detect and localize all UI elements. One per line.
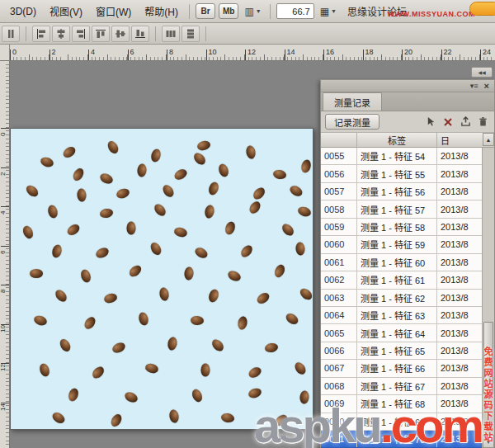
row-label: 测量 1 - 特征 54 [357, 148, 437, 164]
distribute-vertical-button[interactable] [182, 26, 200, 42]
bean-object [71, 167, 86, 182]
align-top-button[interactable] [92, 26, 110, 42]
row-label: 测量 1 - 特征 61 [357, 271, 437, 288]
mini-bridge-button[interactable]: Mb [219, 3, 238, 19]
bean-object [90, 365, 106, 380]
tool-preset-button[interactable] [2, 26, 20, 42]
align-middle-vertical-icon [115, 28, 126, 40]
row-id: 0057 [321, 183, 357, 200]
table-row[interactable]: 0062 测量 1 - 特征 61 2013/8 [321, 271, 482, 289]
menu-view[interactable]: 视图(V) [43, 0, 89, 22]
table-row[interactable]: 0055 测量 1 - 特征 54 2013/8 [321, 148, 482, 165]
bean-object [38, 362, 51, 378]
row-label: 测量 1 - 特征 67 [357, 378, 437, 394]
export-icon [460, 116, 471, 127]
launch-bridge-button[interactable]: Br [196, 3, 215, 19]
column-header-index[interactable] [321, 133, 357, 147]
bean-object [109, 413, 124, 428]
bean-object [54, 288, 69, 304]
bean-object [150, 148, 163, 163]
row-label: 测量 1 - 特征 59 [357, 236, 437, 252]
bean-object [173, 226, 188, 238]
panel-toolbar-icons [423, 115, 490, 130]
align-middle-vertical-button[interactable] [111, 26, 130, 42]
bean-object [153, 202, 168, 218]
zoom-level-input[interactable]: 66.7 [276, 3, 314, 19]
panel-menu-icon[interactable]: ▾≡ [470, 83, 478, 90]
select-measurement-button[interactable] [423, 115, 438, 130]
ruler-horizontal[interactable]: 024681012141618202224 [0, 45, 495, 61]
menu-window[interactable]: 窗口(W) [89, 0, 138, 22]
view-extras-button[interactable]: ▥ ▼ [240, 3, 265, 19]
row-id: 0055 [321, 148, 357, 164]
view-extras-icon: ▥ [244, 6, 253, 17]
bean-object [172, 167, 188, 182]
ruler-tick-label: 10 [206, 50, 207, 60]
table-row[interactable]: 0060 测量 1 - 特征 59 2013/8 [321, 236, 482, 253]
bean-object [273, 263, 287, 279]
column-header-date[interactable]: 日 [437, 133, 482, 147]
align-center-horizontal-button[interactable] [52, 26, 70, 42]
ruler-tick-label: 20 [402, 50, 403, 60]
bean-object [168, 409, 180, 424]
row-id: 0062 [321, 271, 357, 288]
deselect-button[interactable] [441, 115, 455, 130]
tab-measurement-log[interactable]: 测量记录 [323, 92, 382, 111]
table-row[interactable]: 0065 测量 1 - 特征 64 2013/8 [321, 324, 482, 342]
bean-object [245, 145, 257, 160]
ruler-tick-label: 0 [10, 50, 11, 60]
arrange-documents-button[interactable]: ▦ ▼ [316, 3, 341, 19]
column-header-label[interactable]: 标签 [357, 133, 437, 147]
align-bottom-icon [134, 28, 146, 40]
ruler-tick-label: 14 [1, 403, 9, 403]
distribute-horizontal-button[interactable] [162, 26, 180, 42]
close-icon[interactable]: × [484, 82, 489, 91]
ruler-vertical[interactable]: 02468101214 [0, 61, 10, 448]
panel-drag-bar[interactable]: ▾≡ × [321, 80, 494, 92]
menu-3d[interactable]: 3D(D) [3, 2, 43, 21]
table-row[interactable]: 0064 测量 1 - 特征 63 2013/8 [321, 307, 482, 324]
table-row[interactable]: 0057 测量 1 - 特征 56 2013/8 [321, 183, 482, 200]
bean-object [103, 292, 118, 304]
ruler-tick-label: 22 [441, 50, 442, 60]
ruler-tick-label: 6 [1, 246, 9, 247]
bean-object [116, 187, 131, 200]
row-date: 2013/8 [437, 324, 482, 341]
align-top-icon [95, 28, 106, 40]
align-left-button[interactable] [32, 26, 50, 42]
bean-object [127, 263, 143, 279]
bean-object [61, 144, 77, 159]
align-bottom-button[interactable] [131, 26, 149, 42]
table-row[interactable]: 0061 测量 1 - 特征 60 2013/8 [321, 254, 482, 271]
table-row[interactable]: 0066 测量 1 - 特征 65 2013/8 [321, 342, 482, 360]
bean-object [201, 364, 210, 377]
table-row[interactable]: 0058 测量 1 - 特征 57 2013/8 [321, 200, 482, 218]
bean-object [251, 186, 266, 201]
align-right-button[interactable] [72, 26, 90, 42]
scroll-up-button[interactable]: ▲ [483, 133, 494, 146]
collapse-dock-button[interactable]: ◀◀ [471, 67, 493, 78]
bean-object [158, 287, 170, 302]
row-date: 2013/8 [437, 342, 482, 359]
export-measurements-button[interactable] [458, 115, 473, 130]
bean-object [65, 222, 81, 237]
row-id: 0061 [321, 254, 357, 271]
table-row[interactable]: 0059 测量 1 - 特征 58 2013/8 [321, 219, 482, 236]
table-row[interactable]: 0067 测量 1 - 特征 66 2013/8 [321, 360, 482, 377]
row-id: 0058 [321, 200, 357, 217]
document-canvas[interactable] [10, 128, 314, 430]
table-row[interactable]: 0063 测量 1 - 特征 62 2013/8 [321, 290, 482, 307]
bean-object [123, 390, 139, 404]
menu-help[interactable]: 帮助(H) [138, 0, 185, 22]
row-label: 测量 1 - 特征 56 [357, 183, 437, 200]
bean-object [284, 311, 299, 326]
table-row[interactable]: 0068 测量 1 - 特征 67 2013/8 [321, 378, 482, 395]
ruler-tick-label: 4 [1, 206, 9, 207]
delete-measurements-button[interactable] [475, 115, 490, 130]
row-label: 测量 1 - 特征 64 [357, 324, 437, 341]
bean-object [167, 337, 178, 351]
bean-object [137, 163, 147, 177]
bean-object [82, 315, 97, 331]
table-row[interactable]: 0056 测量 1 - 特征 55 2013/8 [321, 165, 482, 182]
record-measurements-button[interactable]: 记录测量 [325, 114, 380, 130]
